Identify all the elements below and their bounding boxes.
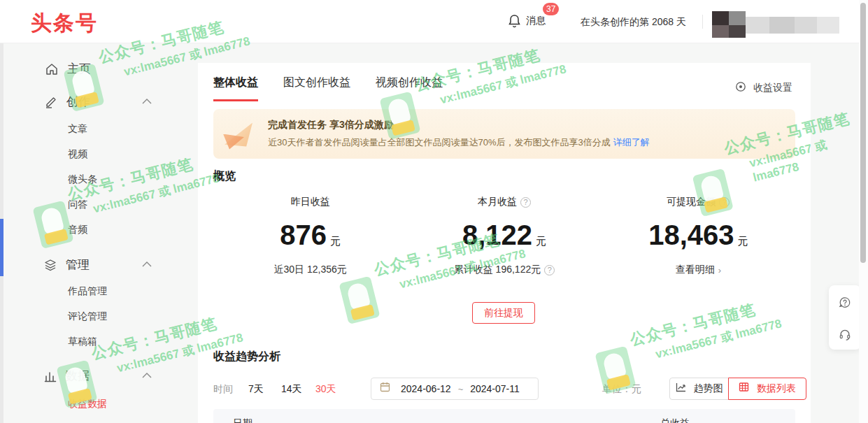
- line-chart-icon: [676, 382, 690, 396]
- tab-overall-earnings[interactable]: 整体收益: [213, 76, 258, 101]
- trend-title: 收益趋势分析: [213, 350, 280, 364]
- layers-icon: [43, 258, 57, 272]
- left-scrollbar-thumb[interactable]: [0, 219, 3, 276]
- sidebar-item-content-manage[interactable]: 作品管理: [68, 285, 107, 298]
- range-7days[interactable]: 7天: [248, 383, 264, 396]
- header-divider: [702, 15, 703, 29]
- sidebar-manage-label: 管理: [66, 257, 90, 273]
- sidebar-item-home[interactable]: 主页: [45, 61, 91, 77]
- chevron-right-icon: ›: [718, 265, 721, 275]
- banner-description: 近30天作者首发作品阅读量占全部图文作品阅读量达70%后，发布图文作品享3倍分成…: [268, 136, 650, 149]
- column-date: 日期: [233, 417, 252, 423]
- earnings-settings-button[interactable]: 收益设置: [735, 81, 792, 95]
- view-detail-link[interactable]: 查看明细: [676, 264, 715, 276]
- top-header: 头条号 消息 37 在头条创作的第 2068 天: [0, 0, 868, 43]
- question-bubble-icon: [838, 294, 852, 308]
- earnings-settings-label: 收益设置: [753, 82, 792, 94]
- sidebar-data-label: 数据: [66, 368, 90, 384]
- table-icon: [739, 382, 753, 396]
- earnings-panel: 整体收益 图文创作收益 视频创作收益 收益设置 完成首发任务 享3倍分成激励 近…: [198, 63, 811, 423]
- sidebar-item-audio[interactable]: 音频: [68, 224, 87, 236]
- help-float-panel: [829, 285, 861, 350]
- chevron-up-icon[interactable]: [142, 98, 152, 105]
- pencil-icon: [44, 95, 58, 109]
- overview-stats: 昨日收益 876元 近30日 12,356元 本月收益? 8,122元 累计收益…: [213, 196, 795, 276]
- sidebar-item-drafts[interactable]: 草稿箱: [68, 336, 97, 348]
- data-list-button[interactable]: 数据列表: [728, 378, 806, 400]
- first-publish-task-banner: 完成首发任务 享3倍分成激励 近30天作者首发作品阅读量占全部图文作品阅读量达7…: [213, 109, 795, 159]
- trend-controls: 时间 7天 14天 30天 2024-06-12 ~ 2024-07-11 单位…: [213, 378, 795, 400]
- sidebar-item-qa[interactable]: 问答: [68, 199, 87, 211]
- date-start: 2024-06-12: [401, 383, 451, 394]
- chevron-up-icon[interactable]: [142, 372, 152, 379]
- date-separator: ~: [458, 384, 464, 394]
- watermark: 公众号：马哥随笔vx:lma5667 或 lma6778: [29, 148, 221, 231]
- stat-value: 18,463: [648, 220, 734, 250]
- help-icon[interactable]: ?: [719, 197, 730, 208]
- time-label: 时间: [213, 383, 233, 396]
- left-scrollbar-track[interactable]: [0, 43, 3, 423]
- sidebar-item-earnings-data[interactable]: 收益数据: [68, 398, 107, 410]
- date-end: 2024-07-11: [470, 383, 520, 394]
- stat-withdrawable-amount: 可提现金额? 18,463元 查看明细›: [602, 196, 795, 276]
- stat-sub-total: 累计收益 196,122元: [454, 264, 541, 276]
- toutiao-creator-dashboard: 头条号 消息 37 在头条创作的第 2068 天 主页 创作 文章 视: [0, 0, 868, 423]
- sidebar-item-articles[interactable]: 文章: [68, 123, 87, 136]
- messages-button[interactable]: 消息: [508, 14, 546, 28]
- stat-yesterday-earnings: 昨日收益 876元 近30日 12,356元: [213, 196, 407, 276]
- toutiao-logo[interactable]: 头条号: [31, 9, 98, 38]
- sidebar-create-label: 创作: [66, 94, 90, 110]
- tab-article-earnings[interactable]: 图文创作收益: [283, 76, 350, 101]
- sidebar-group-manage[interactable]: 管理: [43, 257, 90, 273]
- page-scrollbar-track[interactable]: [859, 0, 868, 423]
- earnings-tabs: 整体收益 图文创作收益 视频创作收益: [213, 76, 468, 101]
- range-30days[interactable]: 30天: [315, 383, 336, 396]
- customer-service-button[interactable]: [829, 317, 861, 350]
- stat-value: 8,122: [462, 220, 532, 250]
- date-range-picker[interactable]: 2024-06-12 ~ 2024-07-11: [371, 378, 539, 400]
- trend-chart-button[interactable]: 趋势图: [669, 378, 729, 400]
- range-14days[interactable]: 14天: [281, 383, 302, 396]
- chevron-up-icon[interactable]: [142, 261, 152, 268]
- settings-icon: [735, 81, 749, 95]
- stat-month-earnings: 本月收益? 8,122元 累计收益 196,122元?: [407, 196, 601, 276]
- sidebar-item-comment-manage[interactable]: 评论管理: [68, 310, 107, 323]
- home-icon: [45, 62, 59, 76]
- sidebar-group-create[interactable]: 创作: [44, 94, 90, 110]
- bar-chart-icon: [43, 369, 57, 383]
- column-total-earnings: 总收益: [660, 417, 690, 423]
- calendar-icon: [380, 382, 394, 396]
- creation-days-text: 在头条创作的第 2068 天: [581, 16, 686, 29]
- user-avatar-blurred[interactable]: [712, 11, 839, 38]
- help-icon[interactable]: ?: [544, 265, 555, 275]
- faq-button[interactable]: [829, 285, 861, 317]
- withdraw-button[interactable]: 前往提现: [472, 302, 535, 324]
- sidebar-home-label: 主页: [67, 61, 91, 77]
- messages-badge: 37: [543, 3, 559, 15]
- stat-sub-30days: 近30日 12,356元: [274, 264, 347, 276]
- messages-label: 消息: [526, 15, 546, 27]
- help-icon[interactable]: ?: [520, 197, 531, 208]
- sidebar-group-data[interactable]: 数据: [43, 368, 90, 384]
- bell-icon: [508, 14, 522, 28]
- stat-value: 876: [280, 220, 327, 250]
- banner-detail-link[interactable]: 详细了解: [613, 137, 650, 148]
- sidebar-item-microheadline[interactable]: 微头条: [68, 173, 97, 186]
- sidebar-item-videos[interactable]: 视频: [68, 148, 87, 161]
- origami-banner-icon: [220, 116, 257, 152]
- unit-label: 单位：元: [602, 383, 641, 396]
- data-table-header: 日期 总收益: [213, 409, 795, 423]
- page-scrollbar-thumb[interactable]: [860, 3, 866, 263]
- headset-icon: [838, 327, 852, 340]
- banner-title: 完成首发任务 享3倍分成激励: [268, 119, 650, 131]
- overview-title: 概览: [213, 169, 236, 184]
- tab-video-earnings[interactable]: 视频创作收益: [376, 76, 443, 101]
